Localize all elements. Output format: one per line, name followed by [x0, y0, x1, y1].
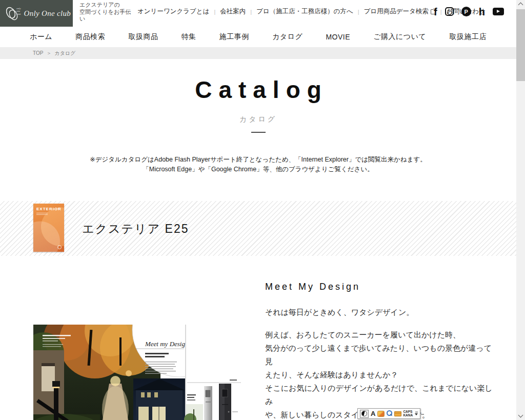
site-tagline: エクステリアの 空間づくりをお手伝 い [79, 2, 137, 23]
utility-link-data-search-label: プロ用商品データ検索 [364, 7, 429, 16]
main-nav: ホーム 商品検索 取扱商品 特集 施工事例 カタログ MOVIE ご購入について… [0, 27, 516, 47]
feature-text-column: Meet My Design それは毎日がときめく、ワタシデザイン。 例えば、お… [265, 282, 498, 420]
houzz-icon[interactable]: h [479, 7, 485, 16]
ime-toolbox-icon[interactable] [394, 411, 401, 416]
ime-options-button[interactable] [414, 412, 418, 416]
site-logo[interactable]: onlyoneclub Only One club [0, 0, 73, 27]
ime-language-bar: A CAPS KANA [357, 408, 420, 419]
feature-lead: それは毎日がときめく、ワタシデザイン。 [265, 308, 498, 317]
breadcrumb-top-link[interactable]: TOP [33, 50, 43, 56]
utility-link-pro[interactable]: プロ（施工店・工務店様）の方へ [256, 7, 353, 16]
catalog-section-heading: エクステリア E25 [82, 221, 189, 236]
instagram-icon[interactable] [445, 7, 454, 16]
utility-separator: | [250, 9, 252, 15]
ime-stray-dash [421, 414, 424, 415]
feature-heading: Meet My Design [265, 282, 498, 292]
paragraph-line: えたり、そんな経験はありませんか？ [265, 368, 498, 382]
social-links: f P h [434, 7, 504, 16]
scroll-up-arrow-icon[interactable] [518, 3, 523, 8]
nav-item-works[interactable]: 施工事例 [219, 32, 249, 42]
exterior-catalog-cover[interactable]: EXTERIOR [33, 204, 64, 252]
ime-caps-kana-button[interactable]: CAPS KANA [403, 410, 413, 417]
nav-item-feature[interactable]: 特集 [181, 32, 196, 42]
notice-line: 「Microsoft Edge」や「Google Chrome」等、他のブラウザ… [0, 165, 516, 174]
notice-line: ※デジタルカタログはAdobe Flash Playerサポート終了となったため… [0, 155, 516, 165]
nav-item-home[interactable]: ホーム [30, 32, 52, 42]
nav-item-purchase[interactable]: ご購入について [373, 32, 426, 42]
paragraph-line: 例えば、おろしたてのスニーカーを履いて出かけた時、 [265, 328, 498, 342]
utility-link-data-search[interactable]: プロ用商品データ検索 [364, 7, 436, 16]
youtube-icon[interactable] [493, 8, 504, 15]
spread-page-2 [182, 325, 241, 420]
ime-status-button[interactable] [360, 410, 369, 418]
nav-item-catalog[interactable]: カタログ [272, 32, 302, 42]
utility-separator: | [214, 9, 215, 15]
scrollbar-thumb[interactable] [516, 9, 525, 81]
vertical-scrollbar[interactable] [516, 0, 525, 420]
breadcrumb-separator: ＞ [46, 50, 51, 57]
nav-item-products[interactable]: 取扱商品 [128, 32, 158, 42]
ime-search-icon[interactable] [386, 410, 393, 417]
catalog-spread-art: Meet my Design [33, 325, 241, 420]
breadcrumb-current: カタログ [54, 50, 75, 57]
cover-title: EXTERIOR [36, 207, 64, 211]
facebook-icon[interactable]: f [434, 7, 437, 16]
ime-tools-icon[interactable] [377, 411, 385, 417]
chevron-down-icon [415, 413, 418, 415]
utility-link-about[interactable]: オンリーワンクラブとは [137, 7, 209, 16]
ime-minimize-icon [415, 412, 418, 413]
title-divider [251, 132, 266, 133]
page-subtitle: カタログ [0, 115, 516, 124]
page-hero: Catalog カタログ [0, 76, 516, 133]
utility-link-company[interactable]: 会社案内 [220, 7, 246, 16]
ime-input-mode-button[interactable]: A [370, 410, 376, 417]
nav-item-product-search[interactable]: 商品検索 [75, 32, 105, 42]
catalog-band: EXTERIOR エクステリア E25 [0, 201, 516, 256]
cover-subtext [36, 213, 64, 215]
paragraph-line: そこにお気に入りのデザインがあるだけで、これまでにない楽しみ [265, 382, 498, 408]
page: onlyoneclub Only One club エクステリアの 空間づくりを… [0, 0, 516, 420]
ime-mode-icon [361, 411, 367, 416]
scroll-down-arrow-icon[interactable] [518, 413, 523, 418]
breadcrumb: TOP ＞ カタログ [0, 47, 516, 59]
logo-text: Only One club [24, 9, 71, 18]
nav-item-movie[interactable]: MOVIE [326, 33, 350, 41]
flash-notice: ※デジタルカタログはAdobe Flash Playerサポート終了となったため… [0, 155, 516, 174]
catalog-spread-image[interactable]: Meet my Design [33, 325, 241, 420]
feature-paragraph: 例えば、おろしたてのスニーカーを履いて出かけた時、 気分がのって少し遠くまで歩い… [265, 328, 498, 420]
utility-separator: | [358, 9, 359, 15]
nav-item-dealers[interactable]: 取扱施工店 [449, 32, 487, 42]
spread-title-text: Meet my Design [145, 340, 188, 348]
paragraph-line: 気分がのって少し遠くまで歩いてみたり、いつもの景色が違って見 [265, 342, 498, 368]
cover-logo-icon [57, 245, 62, 249]
ime-kana-label: KANA [403, 414, 413, 417]
logo-mark-words: onlyoneclub [16, 7, 21, 16]
page-title: Catalog [0, 76, 516, 104]
pinterest-icon[interactable]: P [461, 7, 471, 16]
